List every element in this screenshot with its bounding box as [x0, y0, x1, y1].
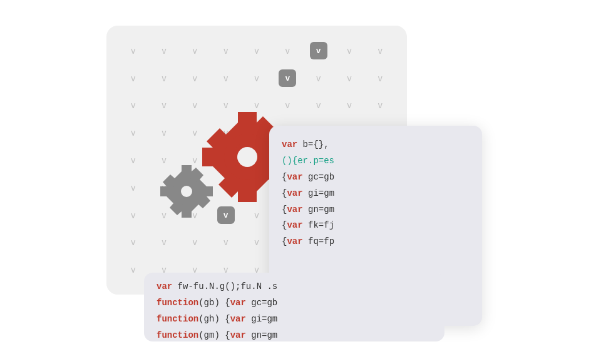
bottom-code-line-2: function(gb) {var gc=gb	[157, 295, 432, 311]
v-cell: v	[241, 37, 272, 64]
code-line-1: var b={},	[282, 137, 470, 153]
svg-point-1	[237, 147, 257, 167]
v-cell: v	[210, 37, 241, 64]
code-line-6: {var fk=fj	[282, 218, 470, 234]
code-line-5: {var gn=gm	[282, 202, 470, 218]
main-scene: v v v v v v v v v v v v v v v v v v v v …	[106, 26, 495, 338]
v-cell: v	[118, 37, 148, 64]
keyword-var: var	[282, 139, 297, 149]
small-left-gear-icon	[160, 165, 213, 218]
v-cell: v	[272, 37, 303, 64]
bottom-code-line-1: var fw-fu.N.g();fu.N .s	[157, 279, 432, 295]
v-cell: v	[365, 92, 396, 119]
code-line-2: (){er.p=es	[282, 153, 470, 169]
v-badge: v	[303, 37, 334, 64]
v-cell: v	[334, 37, 364, 64]
code-line-4: {var gi=gm	[282, 186, 470, 202]
code-line-3: {var gc=gb	[282, 169, 470, 186]
svg-point-3	[181, 186, 192, 197]
code-bottom-card: var fw-fu.N.g();fu.N .s function(gb) {va…	[144, 273, 444, 341]
code-line-7: {var fq=fp	[282, 234, 470, 250]
bottom-code-line-3: function(gh) {var gi=gm	[157, 311, 432, 328]
v-cell: v	[365, 64, 396, 92]
v-cell: v	[180, 37, 210, 64]
v-cell: v	[148, 37, 179, 64]
bottom-code-line-4: function(gm) {var gn=gm	[157, 328, 432, 341]
v-cell: v	[365, 37, 396, 64]
